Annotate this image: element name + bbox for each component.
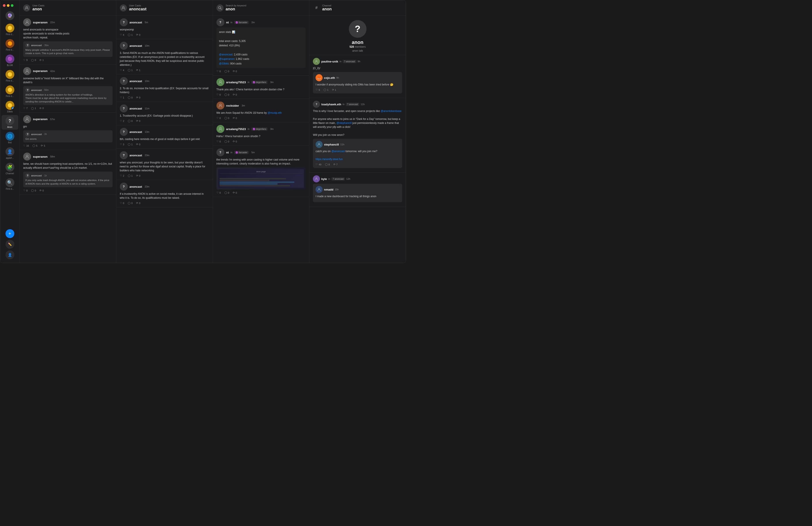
settings-button[interactable]: 👤 bbox=[5, 251, 14, 259]
comment-action[interactable]: ◯ 1 bbox=[128, 33, 133, 36]
comment-action[interactable]: ◯ 1 bbox=[31, 107, 36, 110]
like-action[interactable]: ♡ 2 bbox=[120, 119, 124, 122]
sidebar-item-first-d-2[interactable]: 🟠 First d... bbox=[2, 38, 18, 52]
comment-action[interactable]: ◯ 0 bbox=[224, 93, 229, 96]
like-action[interactable]: ♡ 49 bbox=[316, 163, 321, 166]
like-action[interactable]: ♡ 0 bbox=[216, 140, 221, 143]
like-action[interactable]: ♡ 16 bbox=[23, 144, 29, 147]
sidebar-item-applef[interactable]: 👤 applef... bbox=[2, 146, 18, 160]
channel-feed-item[interactable]: pauline-unik in ? anoncast 9h |O_0)/ 🦊 c… bbox=[309, 55, 406, 98]
comment-action[interactable]: ◯ 0 bbox=[128, 119, 133, 122]
feed-item[interactable]: ? anoncast 13m tbh, casting here reminds… bbox=[116, 125, 213, 148]
recast-action[interactable]: ⟳ 0 bbox=[233, 93, 237, 96]
sidebar-item-anon[interactable]: ? Anon bbox=[2, 115, 18, 130]
comment-action[interactable]: ◯ 0 bbox=[31, 59, 36, 61]
col4-content[interactable]: ? anon 528 members anon talk bbox=[309, 16, 406, 263]
feed-item[interactable]: ? anoncast 23m when you anoncast, your t… bbox=[116, 148, 213, 180]
comment-action[interactable]: ◯ 8 bbox=[325, 163, 330, 166]
like-action[interactable]: ♡ 3 bbox=[120, 143, 124, 146]
recast-action[interactable]: ⟳ 0 bbox=[136, 33, 140, 36]
recast-action[interactable]: ⟳ 1 bbox=[332, 88, 336, 91]
like-action[interactable]: ♡ 2 bbox=[120, 174, 124, 177]
recast-action[interactable]: ⟳ 0 bbox=[40, 107, 44, 110]
like-action[interactable]: ♡ 4 bbox=[120, 33, 124, 36]
feed-item[interactable]: superanon 58m lame, we should have compe… bbox=[20, 150, 116, 195]
channel-feed-item[interactable]: kyle in ? anoncast 12h bbox=[309, 173, 406, 207]
col1-content[interactable]: superanon 22m send anoncasts to anonspac… bbox=[20, 16, 116, 263]
sidebar-item-first-d-5[interactable]: 🔍 First d... bbox=[2, 177, 18, 191]
feed-item[interactable]: superanon 57m gm ? anoncast · 1h Gm anon… bbox=[20, 113, 116, 150]
feed-item[interactable]: ? anoncast 10m 3. Send ANON as much as t… bbox=[116, 39, 213, 74]
recast-action[interactable]: ⟳ 1 bbox=[40, 59, 44, 61]
sidebar-item-first-d-4[interactable]: 🟡 First d... bbox=[2, 84, 18, 99]
comment-action[interactable]: ◯ 1 bbox=[128, 143, 133, 146]
search-result-item[interactable]: arsalang75523 in 🟣 degenfans 3m Haha ! X… bbox=[213, 122, 309, 146]
comment-action[interactable]: ◯ 0 bbox=[128, 202, 133, 204]
recast-action[interactable]: ⟳ 0 bbox=[136, 96, 140, 99]
recast-action[interactable]: ⟳ 0 bbox=[233, 70, 237, 73]
sidebar-item-slum[interactable]: 🟣 $LUM bbox=[2, 53, 18, 68]
sidebar-item-first-d-3[interactable]: 🟡 First d... bbox=[2, 69, 18, 83]
recast-action[interactable]: ⟳ 0 bbox=[233, 191, 237, 194]
compose-button[interactable]: ✏️ bbox=[5, 240, 14, 248]
like-action[interactable]: ♡ 6 bbox=[316, 88, 320, 91]
like-action[interactable]: ♡ 0 bbox=[120, 202, 124, 204]
recast-action[interactable]: ⟳ 7 bbox=[333, 163, 338, 166]
like-action[interactable]: ♡ 1 bbox=[120, 96, 124, 99]
minimize-button[interactable] bbox=[7, 4, 10, 7]
comment-action[interactable]: ◯ 0 bbox=[128, 96, 133, 99]
sidebar-item-main[interactable]: 🔮 bbox=[2, 10, 18, 22]
comment-action[interactable]: ◯ 1 bbox=[128, 69, 133, 72]
recast-action[interactable]: ⟳ 0 bbox=[233, 140, 237, 143]
recast-action[interactable]: ⟳ 0 bbox=[136, 119, 140, 122]
sidebar-item-first-d-1[interactable]: 🟡 First d... bbox=[2, 22, 18, 37]
link[interactable]: https://anonify.steer.fun bbox=[316, 158, 343, 161]
like-action[interactable]: ♡ 7 bbox=[23, 107, 28, 110]
mention-link[interactable]: @musip.eth bbox=[267, 111, 281, 114]
comment-action[interactable]: ◯ 1 bbox=[323, 88, 328, 91]
feed-item[interactable]: ? anoncast 23m If a trustworthy ANON is … bbox=[116, 180, 213, 207]
recast-action[interactable]: ⟳ 1 bbox=[136, 69, 140, 72]
feed-item[interactable]: ? anoncast 11m 1. Trustworthy account (E… bbox=[116, 102, 213, 125]
search-result-item[interactable]: rocksider 3m We are Anon Squad for ANON … bbox=[213, 99, 309, 122]
feed-item[interactable]: ? anoncast 5m wompwomp ♡ 4 ◯ 1 ⟳ 0 bbox=[116, 16, 213, 39]
comment-action[interactable]: ◯ 0 bbox=[224, 191, 229, 194]
like-action[interactable]: ♡ 0 bbox=[216, 117, 221, 119]
search-result-item[interactable]: ? nt in 🟣 farcaster 5m the trends i'm se… bbox=[213, 146, 309, 197]
comment-action[interactable]: ◯ 1 bbox=[128, 174, 133, 177]
comment-action[interactable]: ◯ 0 bbox=[224, 70, 229, 73]
sidebar-item-channel[interactable]: 🧩 Channel bbox=[2, 161, 18, 176]
col2-content[interactable]: ? anoncast 5m wompwomp ♡ 4 ◯ 1 ⟳ 0 ? ano… bbox=[116, 16, 213, 263]
recast-action[interactable]: ⟳ 0 bbox=[136, 202, 140, 204]
recast-action[interactable]: ⟳ 0 bbox=[136, 143, 140, 146]
sidebar-item-first-globe[interactable]: 🌐 first bbox=[2, 130, 18, 145]
recast-action[interactable]: ⟳ 5 bbox=[41, 144, 45, 147]
add-column-button[interactable]: + bbox=[5, 229, 14, 238]
mention[interactable]: @anoncast bbox=[331, 150, 345, 153]
feed-item[interactable]: ? anoncast 10m 2. To do so, increase the… bbox=[116, 74, 213, 102]
maximize-button[interactable] bbox=[11, 4, 13, 7]
recast-action[interactable]: ⟳ 0 bbox=[136, 174, 140, 177]
feed-item[interactable]: superanon 42m someone build a "most foll… bbox=[20, 65, 116, 113]
like-action[interactable]: ♡ 9 bbox=[23, 59, 28, 61]
comment-action[interactable]: ◯ 0 bbox=[31, 189, 36, 192]
channel-feed-item[interactable]: ? toadyhawk.eth in ? anoncast 11h This i… bbox=[309, 98, 406, 173]
search-result-item[interactable]: arsalang75523 in 🟣 degenfans 3m Thank yo… bbox=[213, 75, 309, 99]
feed-item[interactable]: superanon 22m send anoncasts to anonspac… bbox=[20, 16, 116, 65]
mention[interactable]: @stephancill bbox=[336, 122, 352, 125]
recast-action[interactable]: ⟳ 0 bbox=[233, 117, 237, 119]
like-action[interactable]: ♡ 0 bbox=[216, 191, 221, 194]
like-action[interactable]: ♡ 0 bbox=[216, 70, 221, 73]
search-result-item[interactable]: ? nt in 🟣 farcaster 2m anon stats 📊 tota… bbox=[213, 16, 309, 75]
sidebar-item-33bits[interactable]: 🟡 3 33bits bbox=[2, 100, 18, 114]
comment-action[interactable]: ◯ 5 bbox=[32, 144, 37, 147]
mention[interactable]: @anontokenbase bbox=[381, 110, 401, 113]
col3-content[interactable]: ? nt in 🟣 farcaster 2m anon stats 📊 tota… bbox=[213, 16, 309, 263]
close-button[interactable] bbox=[3, 4, 5, 7]
comment-action[interactable]: ◯ 0 bbox=[224, 117, 229, 119]
recast-action[interactable]: ⟳ 0 bbox=[40, 189, 44, 192]
like-action[interactable]: ♡ 4 bbox=[120, 69, 124, 72]
like-action[interactable]: ♡ 0 bbox=[23, 189, 28, 192]
comment-action[interactable]: ◯ 0 bbox=[224, 140, 229, 143]
like-action[interactable]: ♡ 0 bbox=[216, 93, 221, 96]
